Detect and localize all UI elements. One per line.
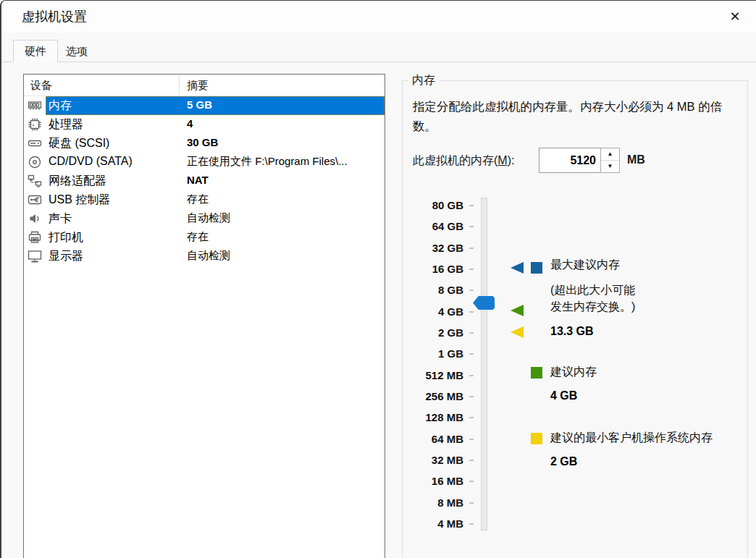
minimum-memory-arrow [511, 326, 524, 338]
spin-up-button[interactable]: ▲ [601, 148, 619, 161]
minimum-memory-label: 建议的最小客户机操作系统内存 [550, 431, 713, 446]
max-memory-marker-square [531, 262, 542, 274]
scale-label-4-mb: 4 MB [402, 517, 463, 530]
scale-label-256-mb: 256 MB [402, 390, 463, 402]
memory-slider-track[interactable] [481, 198, 487, 530]
scale-tick [469, 417, 474, 418]
network-adapter-icon [28, 174, 43, 188]
device-row-highlight: 内存5 GB [46, 96, 385, 115]
device-name: 打印机 [49, 230, 83, 245]
window-title: 虚拟机设置 [22, 8, 87, 25]
scale-tick [469, 502, 474, 504]
max-memory-arrow [511, 262, 524, 274]
device-row-highlight: CD/DVD (SATA)正在使用文件 F:\Program Files\... [46, 153, 385, 172]
processor-icon [28, 117, 43, 132]
scale-tick [469, 205, 474, 206]
device-row-highlight: 显示器自动检测 [46, 247, 385, 266]
device-summary: 存在 [187, 230, 209, 244]
spin-down-button[interactable]: ▼ [601, 161, 619, 173]
device-row-highlight: 打印机存在 [46, 228, 385, 247]
device-row-highlight: 声卡自动检测 [46, 209, 385, 228]
spin-buttons: ▲ ▼ [600, 148, 620, 173]
usb-controller-icon [28, 193, 43, 207]
device-row-highlight: 硬盘 (SCSI)30 GB [46, 134, 385, 153]
scale-label-64-gb: 64 GB [402, 220, 463, 232]
memory-group-title: 内存 [408, 73, 439, 88]
device-row-highlight: USB 控制器存在 [46, 190, 385, 209]
scale-tick [469, 248, 474, 249]
max-memory-note: (超出此大小可能 发生内存交换。) [550, 282, 635, 315]
device-name: CD/DVD (SATA) [49, 155, 133, 168]
column-header-device[interactable]: 设备 [30, 79, 52, 93]
scale-tick [469, 332, 474, 334]
device-row-display[interactable]: 显示器自动检测 [24, 247, 385, 266]
device-row-printer[interactable]: 打印机存在 [24, 228, 385, 247]
device-row-sound-card[interactable]: 声卡自动检测 [24, 209, 385, 228]
display-icon [28, 249, 43, 263]
device-summary: 自动检测 [187, 211, 230, 225]
recommended-memory-label: 建议内存 [550, 365, 597, 380]
scale-tick [469, 226, 474, 227]
printer-icon [28, 230, 43, 245]
scale-label-32-gb: 32 GB [402, 242, 463, 254]
device-summary: 4 [187, 117, 193, 130]
device-row-network-adapter[interactable]: 网络适配器NAT [24, 172, 385, 190]
sound-card-icon [28, 211, 43, 226]
scale-tick [469, 523, 474, 525]
recommended-memory-value: 4 GB [550, 389, 577, 402]
device-row-highlight: 处理器4 [46, 115, 385, 134]
scale-label-2-gb: 2 GB [402, 326, 463, 339]
recommended-memory-marker-square [531, 367, 542, 379]
column-separator [179, 76, 180, 95]
max-memory-value: 13.3 GB [550, 325, 594, 338]
scale-tick [469, 353, 474, 355]
device-rows: 内存5 GB处理器4硬盘 (SCSI)30 GBCD/DVD (SATA)正在使… [24, 96, 385, 266]
device-name: USB 控制器 [49, 193, 110, 208]
device-summary: 5 GB [187, 98, 212, 111]
device-list: 设备 摘要 内存5 GB处理器4硬盘 (SCSI)30 GBCD/DVD (SA… [23, 74, 385, 558]
scale-tick [469, 375, 474, 376]
device-name: 网络适配器 [49, 174, 106, 189]
scale-label-16-gb: 16 GB [402, 263, 463, 275]
tab-strip: 硬件 选项 [1, 40, 756, 62]
memory-icon [28, 98, 43, 113]
device-summary: 自动检测 [187, 249, 230, 263]
scale-label-80-gb: 80 GB [402, 199, 463, 211]
minimum-memory-marker-square [531, 433, 542, 444]
device-row-hard-disk[interactable]: 硬盘 (SCSI)30 GB [24, 134, 385, 153]
recommended-memory-arrow [511, 305, 524, 316]
memory-description: 指定分配给此虚拟机的内存量。内存大小必须为 4 MB 的倍数。 [413, 97, 737, 136]
device-name: 处理器 [49, 117, 83, 132]
scale-tick [469, 439, 474, 440]
scale-label-16-mb: 16 MB [402, 475, 463, 487]
close-button[interactable]: ✕ [724, 7, 746, 27]
device-name: 内存 [49, 98, 72, 114]
max-memory-label: 最大建议内存 [550, 258, 620, 273]
scale-tick [469, 396, 474, 397]
device-row-processor[interactable]: 处理器4 [24, 115, 385, 134]
hard-disk-icon [28, 136, 43, 151]
scale-tick [469, 311, 474, 313]
device-name: 声卡 [49, 211, 72, 227]
device-name: 显示器 [49, 249, 83, 264]
scale-label-512-mb: 512 MB [402, 369, 463, 381]
device-row-highlight: 网络适配器NAT [46, 172, 385, 190]
minimum-memory-value: 2 GB [550, 455, 577, 468]
scale-label-1-gb: 1 GB [402, 347, 463, 360]
memory-amount-label: 此虚拟机的内存(M): [413, 153, 514, 169]
device-row-usb-controller[interactable]: USB 控制器存在 [24, 190, 385, 209]
tab-hardware[interactable]: 硬件 [13, 40, 58, 62]
device-name: 硬盘 (SCSI) [49, 136, 109, 151]
device-summary: 30 GB [187, 136, 218, 148]
tab-options[interactable]: 选项 [55, 41, 98, 62]
device-row-memory[interactable]: 内存5 GB [24, 96, 385, 115]
device-list-header: 设备 摘要 [24, 75, 385, 96]
scale-tick [469, 481, 474, 482]
scale-tick [469, 269, 474, 270]
scale-tick [469, 460, 474, 461]
device-summary: 正在使用文件 F:\Program Files\... [187, 155, 348, 169]
column-header-summary[interactable]: 摘要 [187, 79, 209, 93]
memory-value-input[interactable] [539, 148, 601, 173]
device-row-cd-dvd[interactable]: CD/DVD (SATA)正在使用文件 F:\Program Files\... [24, 153, 385, 172]
title-bar: 虚拟机设置 ✕ [1, 1, 756, 33]
